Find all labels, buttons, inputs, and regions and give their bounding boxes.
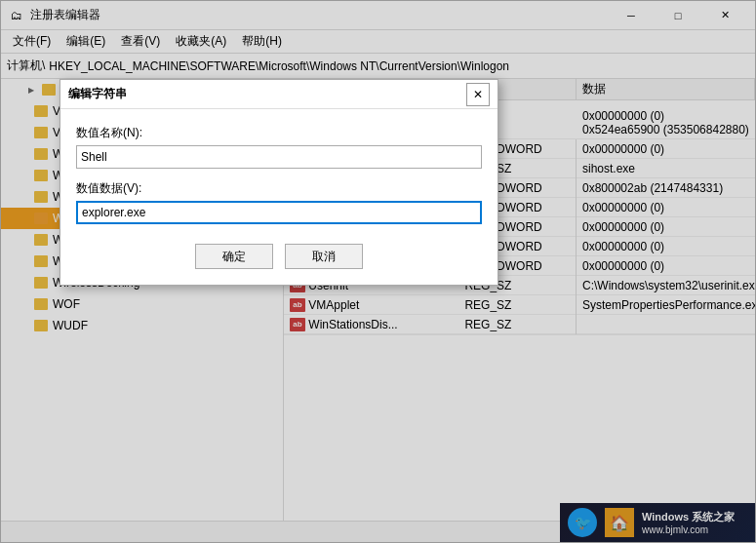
main-window: 🗂 注册表编辑器 ─ □ ✕ 文件(F) 编辑(E) 查看(V) 收藏夹(A) …: [0, 0, 756, 543]
data-form-group: 数值数据(V):: [76, 180, 482, 224]
edit-string-dialog: 编辑字符串 ✕ 数值名称(N): 数值数据(V): 确定 取消: [60, 79, 498, 286]
dialog-title: 编辑字符串: [68, 86, 127, 102]
data-label: 数值数据(V):: [76, 180, 482, 197]
dialog-overlay: 编辑字符串 ✕ 数值名称(N): 数值数据(V): 确定 取消: [1, 1, 755, 542]
name-input[interactable]: [76, 145, 482, 169]
dialog-buttons: 确定 取消: [76, 236, 482, 269]
name-label: 数值名称(N):: [76, 125, 482, 141]
data-input[interactable]: [76, 201, 482, 224]
dialog-body: 数值名称(N): 数值数据(V): 确定 取消: [60, 109, 497, 285]
name-form-group: 数值名称(N):: [76, 125, 482, 169]
dialog-close-button[interactable]: ✕: [466, 83, 490, 106]
ok-button[interactable]: 确定: [195, 244, 273, 269]
cancel-button[interactable]: 取消: [285, 244, 363, 269]
dialog-titlebar: 编辑字符串 ✕: [60, 80, 497, 109]
